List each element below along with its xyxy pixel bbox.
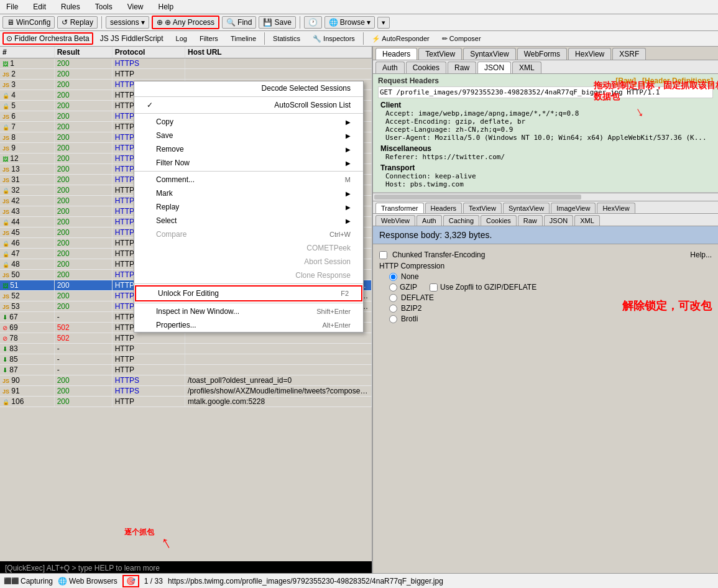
resp-tab-cookies[interactable]: Cookies: [481, 215, 517, 226]
replay-button[interactable]: ↺ Replay: [57, 16, 98, 29]
table-row[interactable]: ⬇ 83 - HTTP: [0, 344, 372, 354]
table-row[interactable]: ⊘ 78 502 HTTP: [0, 333, 372, 344]
context-menu-separator: [134, 171, 363, 172]
highlighted-indicator[interactable]: 🎯: [122, 575, 139, 587]
tab-auth[interactable]: Auth: [375, 62, 405, 73]
table-row[interactable]: JS 91 200 HTTPS /profiles/show/AXZMoudle…: [0, 386, 372, 397]
timeline-tab[interactable]: Timeline: [225, 33, 262, 44]
resp-tab-raw[interactable]: Raw: [518, 215, 543, 226]
menu-tools[interactable]: Tools: [91, 1, 116, 12]
context-menu-item[interactable]: ✓Replay▶: [134, 200, 363, 214]
context-menu-item[interactable]: ✓Copy▶: [134, 115, 363, 129]
menu-edit[interactable]: Edit: [29, 1, 50, 12]
zopfli-checkbox[interactable]: [430, 283, 438, 292]
tab-raw[interactable]: Raw: [448, 62, 476, 73]
context-menu-item[interactable]: ✓Select▶: [134, 214, 363, 227]
context-menu-item[interactable]: ✓Comment...M: [134, 173, 363, 186]
any-process-button[interactable]: ⊕ ⊕ Any Process: [152, 16, 219, 29]
log-tab[interactable]: Log: [170, 33, 193, 44]
context-menu-item[interactable]: ✓Decode Selected Sessions: [134, 81, 363, 95]
orchestra-tab[interactable]: ⊙ Fiddler Orchestra Beta: [2, 32, 93, 45]
context-menu-item[interactable]: ✓Inspect in New Window...Shift+Enter: [134, 305, 363, 318]
composer-tab[interactable]: ✏ Composer: [436, 33, 487, 45]
table-row[interactable]: 🔒 106 200 HTTP mtalk.google.com:5228: [0, 397, 372, 407]
ctx-item-label: Compare: [156, 230, 186, 239]
fiddler-toolbar: ⊙ Fiddler Orchestra Beta JS JS FiddlerSc…: [0, 31, 718, 47]
context-menu-item[interactable]: ✓Filter Now▶: [134, 156, 363, 170]
row-url: /toast_poll?oldest_unread_id=0: [185, 375, 372, 386]
chunked-checkbox[interactable]: [379, 251, 387, 259]
raw-link[interactable]: [Raw]: [615, 76, 636, 85]
statistics-tab[interactable]: Statistics: [267, 33, 306, 44]
resp-tab-hexview[interactable]: HexView: [597, 203, 635, 213]
tab-cookies[interactable]: Cookies: [406, 62, 446, 73]
table-row[interactable]: JS 90 200 HTTPS /toast_poll?oldest_unrea…: [0, 375, 372, 386]
autoresponder-tab[interactable]: ⚡ AutoResponder: [366, 33, 435, 45]
tab-json[interactable]: JSON: [477, 62, 511, 73]
help-link[interactable]: Help...: [690, 250, 712, 259]
resp-tab-syntaxview[interactable]: SyntaxView: [503, 203, 550, 213]
resp-tab-json[interactable]: JSON: [544, 215, 573, 226]
main-toolbar: 🖥 WinConfig ↺ Replay sessions ▾ ⊕ ⊕ Any …: [0, 14, 718, 31]
fiddlerscript-tab[interactable]: JS JS FiddlerScript: [94, 32, 169, 45]
resp-tab-row-2: WebView Auth Caching Cookies Raw JSON XM…: [373, 214, 718, 226]
table-row[interactable]: 🖼 1 200 HTTPS: [0, 58, 372, 69]
resp-tab-webview[interactable]: WebView: [375, 215, 415, 226]
menu-file[interactable]: File: [2, 1, 22, 12]
context-menu-item[interactable]: ✓Remove▶: [134, 142, 363, 156]
find-button[interactable]: 🔍 Find: [222, 16, 256, 29]
menu-help[interactable]: Help: [155, 1, 178, 12]
tab-xml[interactable]: XML: [512, 62, 541, 73]
tab-syntaxview[interactable]: SyntaxView: [463, 48, 515, 60]
context-menu-item[interactable]: ✓Mark▶: [134, 186, 363, 200]
menu-view[interactable]: View: [124, 1, 147, 12]
web-browsers-label: Web Browsers: [69, 577, 117, 586]
host-header: Host: pbs.twimg.com: [380, 180, 711, 188]
browse-button[interactable]: 🕐: [304, 16, 322, 29]
row-num: 🖼 1: [0, 58, 54, 69]
req-hscroll[interactable]: [373, 193, 718, 201]
row-result: 200: [54, 90, 112, 101]
inspectors-tab[interactable]: 🔧 Inspectors: [307, 33, 361, 45]
ctx-item-label: Properties...: [156, 321, 196, 329]
tab-webforms[interactable]: WebForms: [517, 48, 567, 60]
http-compression-label: HTTP Compression: [379, 262, 712, 270]
resp-tab-xml[interactable]: XML: [574, 215, 600, 226]
brotli-radio[interactable]: [389, 315, 397, 323]
resp-tab-auth[interactable]: Auth: [417, 215, 442, 226]
browse-button2[interactable]: 🌐 Browse ▾: [324, 16, 375, 29]
filters-tab[interactable]: Filters: [194, 33, 224, 44]
gzip-radio[interactable]: [389, 283, 397, 292]
menu-rules[interactable]: Rules: [57, 1, 84, 12]
dropdown-button[interactable]: ▾: [377, 17, 390, 29]
table-row[interactable]: JS 2 200 HTTP: [0, 69, 372, 80]
resp-tab-caching[interactable]: Caching: [443, 215, 479, 226]
req-headers-links[interactable]: [Raw] [Header Definitions]: [615, 76, 713, 85]
resp-tab-transformer[interactable]: Transformer: [375, 203, 424, 213]
resp-tab-headers[interactable]: Headers: [425, 203, 463, 213]
resp-tab-imageview[interactable]: ImageView: [551, 203, 596, 213]
page-info: 1 / 33: [144, 577, 163, 586]
table-row[interactable]: ⬇ 85 - HTTP: [0, 354, 372, 365]
table-row[interactable]: ⬇ 87 - HTTP: [0, 365, 372, 375]
context-menu-item[interactable]: ✓Unlock For EditingF2: [135, 285, 362, 301]
sessions-button[interactable]: sessions ▾: [106, 16, 149, 29]
tab-headers[interactable]: Headers: [375, 48, 417, 60]
context-menu-item[interactable]: ✓AutoScroll Session List: [134, 98, 363, 112]
bzip2-radio[interactable]: [389, 305, 397, 313]
tab-xsrf[interactable]: XSRF: [612, 48, 646, 60]
resp-tab-textview[interactable]: TextView: [463, 203, 502, 213]
none-radio[interactable]: [389, 273, 397, 281]
save-button[interactable]: 💾 Save: [259, 16, 295, 29]
row-result: 200: [54, 227, 112, 238]
deflate-radio[interactable]: [389, 294, 397, 302]
winconfig-button[interactable]: 🖥 WinConfig: [2, 16, 55, 29]
context-menu-item[interactable]: ✓Save▶: [134, 129, 363, 142]
tab-hexview[interactable]: HexView: [568, 48, 611, 60]
row-result: 502: [54, 333, 112, 344]
header-defs-link[interactable]: [Header Definitions]: [642, 76, 713, 85]
context-menu-item[interactable]: ✓Properties...Alt+Enter: [134, 318, 363, 332]
web-browsers-status[interactable]: 🌐 Web Browsers: [58, 577, 117, 586]
row-num: JS 3: [0, 80, 54, 90]
tab-textview[interactable]: TextView: [418, 48, 462, 60]
